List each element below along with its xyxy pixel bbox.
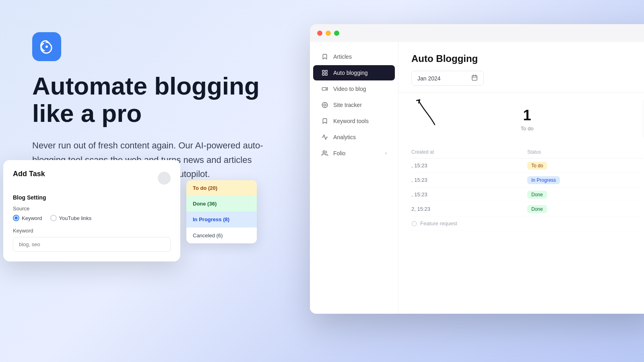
close-button[interactable] bbox=[317, 31, 322, 36]
dropdown-done-label: Done (36) bbox=[193, 201, 217, 207]
dropdown-inprogress-label: In Progress (8) bbox=[193, 216, 229, 222]
add-task-modal: Add Task Blog Setting Source Keyword You… bbox=[3, 160, 180, 261]
sidebar-label-analytics: Analytics bbox=[333, 134, 356, 140]
folio-label: Folio bbox=[333, 150, 345, 156]
table-row: , 15:23 In Progress bbox=[411, 173, 643, 187]
dropdown-item-cancelled[interactable]: Canceled (6) bbox=[186, 227, 257, 243]
source-radio-group: Keyword YouTube links bbox=[13, 215, 171, 221]
page-title: Auto Blogging bbox=[411, 53, 643, 64]
keyword-icon bbox=[321, 117, 328, 125]
radio-circle-youtube bbox=[50, 215, 57, 221]
table-row: 2, 15:23 Done bbox=[411, 202, 643, 216]
status-dropdown: To do (20) Done (36) In Progress (8) Can… bbox=[186, 180, 257, 243]
table-header: Created at Status bbox=[411, 146, 643, 158]
video-icon bbox=[321, 85, 328, 93]
status-badge-2: Done bbox=[527, 191, 547, 199]
sidebar-item-folio[interactable]: Folio › bbox=[313, 146, 395, 161]
status-badge-1: In Progress bbox=[527, 176, 560, 184]
sidebar-item-articles[interactable]: Articles bbox=[313, 49, 395, 64]
status-col-3: Done bbox=[527, 206, 585, 212]
browser-titlebar bbox=[310, 24, 644, 42]
blog-setting-label: Blog Setting bbox=[13, 194, 171, 201]
svg-rect-1 bbox=[322, 70, 324, 72]
radio-circle-keyword bbox=[13, 215, 19, 221]
headline: Automate blogging like a pro bbox=[32, 72, 282, 127]
curved-arrow-svg bbox=[407, 97, 443, 129]
radio-keyword[interactable]: Keyword bbox=[13, 215, 42, 221]
svg-rect-14 bbox=[472, 76, 477, 80]
radio-keyword-label: Keyword bbox=[22, 215, 42, 221]
svg-rect-2 bbox=[325, 70, 327, 72]
users-icon bbox=[321, 150, 328, 157]
browser-body: Articles Auto blogging Video to blo bbox=[310, 42, 644, 314]
sidebar-item-analytics[interactable]: Analytics bbox=[313, 130, 395, 145]
feature-icon bbox=[411, 221, 417, 226]
sidebar-label-articles: Articles bbox=[333, 53, 352, 60]
chart-icon bbox=[321, 134, 328, 141]
status-col-0: To do bbox=[527, 162, 585, 169]
col-created-at: Created at bbox=[411, 149, 527, 155]
status-badge-3: Done bbox=[527, 205, 547, 213]
dropdown-item-inprogress[interactable]: In Progress (8) bbox=[186, 212, 257, 227]
dropdown-item-todo[interactable]: To do (20) bbox=[186, 180, 257, 196]
table-row-feature: Feature request bbox=[411, 216, 643, 231]
svg-point-0 bbox=[45, 45, 48, 48]
chevron-right-icon: › bbox=[385, 150, 387, 156]
sidebar-item-keyword-tools[interactable]: Keyword tools bbox=[313, 113, 395, 129]
svg-rect-3 bbox=[322, 73, 324, 75]
avatar bbox=[158, 172, 171, 185]
svg-rect-4 bbox=[325, 73, 327, 75]
browser-window: Articles Auto blogging Video to blo bbox=[310, 24, 644, 314]
radio-youtube[interactable]: YouTube links bbox=[50, 215, 92, 221]
dropdown-todo-label: To do (20) bbox=[193, 185, 217, 191]
svg-rect-5 bbox=[322, 88, 326, 90]
created-at-3: 2, 15:23 bbox=[411, 206, 527, 212]
dropdown-item-done[interactable]: Done (36) bbox=[186, 196, 257, 212]
grid-icon bbox=[321, 69, 328, 76]
sidebar-item-video-to-blog[interactable]: Video to blog bbox=[313, 81, 395, 97]
svg-point-13 bbox=[323, 151, 325, 153]
dropdown-cancelled-label: Canceled (6) bbox=[193, 232, 223, 239]
sidebar-label-auto-blogging: Auto blogging bbox=[333, 70, 368, 76]
created-at-0: , 15:23 bbox=[411, 162, 527, 169]
minimize-button[interactable] bbox=[326, 31, 331, 36]
table-area: Created at Status , 15:23 To do , 15:23 … bbox=[398, 146, 644, 231]
date-picker[interactable]: Jan 2024 bbox=[411, 71, 484, 86]
status-badge-0: To do bbox=[527, 162, 547, 170]
radio-youtube-label: YouTube links bbox=[59, 215, 92, 221]
sidebar: Articles Auto blogging Video to blo bbox=[310, 42, 398, 314]
col-status: Status bbox=[527, 149, 585, 155]
keyword-input[interactable] bbox=[13, 237, 171, 252]
stat-number: 1 bbox=[418, 107, 636, 124]
source-label: Source bbox=[13, 206, 171, 212]
created-at-2: , 15:23 bbox=[411, 191, 527, 197]
sidebar-label-site-tracker: Site tracker bbox=[333, 102, 362, 108]
svg-marker-6 bbox=[326, 88, 327, 90]
keyword-label: Keyword bbox=[13, 228, 171, 234]
svg-point-8 bbox=[324, 104, 326, 106]
feature-request-label: Feature request bbox=[420, 220, 457, 226]
table-row: , 15:23 To do bbox=[411, 158, 643, 173]
stats-row: 1 To do bbox=[398, 93, 644, 146]
calendar-icon bbox=[471, 74, 478, 82]
stat-label: To do bbox=[418, 125, 636, 132]
col-extra bbox=[585, 149, 643, 155]
target-icon bbox=[321, 101, 328, 109]
stat-card-todo: 1 To do bbox=[411, 101, 643, 138]
status-col-1: In Progress bbox=[527, 177, 585, 183]
sidebar-item-auto-blogging[interactable]: Auto blogging bbox=[313, 65, 395, 80]
maximize-button[interactable] bbox=[334, 31, 339, 36]
sidebar-label-video-to-blog: Video to blog bbox=[333, 86, 366, 92]
left-section: Automate blogging like a pro Never run o… bbox=[32, 32, 282, 181]
bookmark-icon bbox=[321, 53, 328, 60]
main-content: Auto Blogging Jan 2024 1 bbox=[398, 42, 644, 314]
table-row: , 15:23 Done bbox=[411, 187, 643, 202]
app-logo bbox=[32, 32, 61, 61]
sidebar-label-keyword-tools: Keyword tools bbox=[333, 118, 369, 124]
sidebar-item-site-tracker[interactable]: Site tracker bbox=[313, 97, 395, 113]
modal-title: Add Task bbox=[13, 170, 45, 178]
date-value: Jan 2024 bbox=[417, 75, 441, 82]
status-col-2: Done bbox=[527, 191, 585, 197]
feature-request-col: Feature request bbox=[411, 220, 643, 226]
status-dropdown-container: To do (20) Done (36) In Progress (8) Can… bbox=[186, 180, 257, 243]
